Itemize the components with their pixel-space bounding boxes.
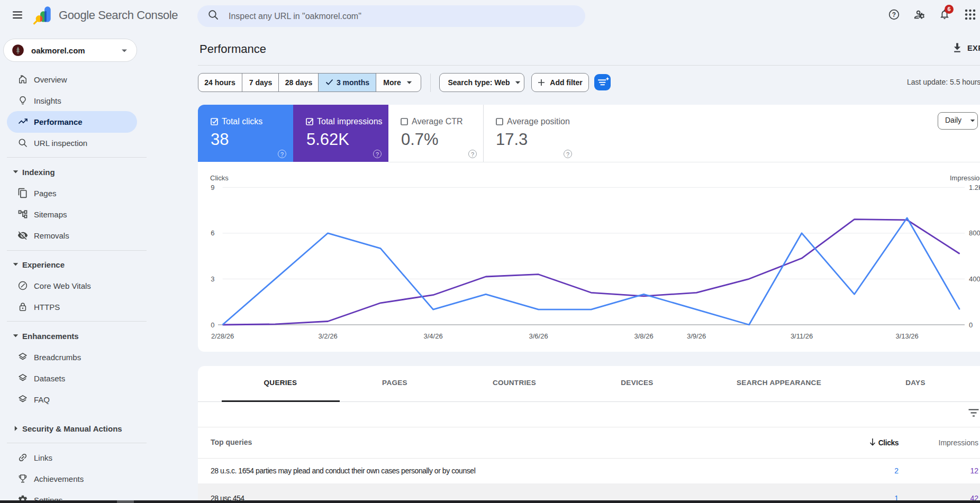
svg-text:Impressions: Impressions: [950, 174, 980, 182]
svg-text:400: 400: [969, 275, 980, 283]
svg-text:0: 0: [211, 321, 214, 329]
svg-text:3/6/26: 3/6/26: [529, 332, 548, 340]
svg-text:3/11/26: 3/11/26: [791, 332, 813, 340]
svg-text:3/9/26: 3/9/26: [687, 332, 706, 340]
svg-text:6: 6: [211, 229, 214, 237]
svg-text:Clicks: Clicks: [210, 174, 229, 182]
svg-text:3/2/26: 3/2/26: [319, 332, 338, 340]
svg-text:800: 800: [969, 229, 980, 237]
svg-text:3/8/26: 3/8/26: [634, 332, 654, 340]
svg-text:3/13/26: 3/13/26: [895, 332, 918, 340]
svg-text:1.2K: 1.2K: [969, 184, 980, 191]
svg-text:?: ?: [892, 11, 896, 19]
svg-text:2/28/26: 2/28/26: [211, 332, 234, 340]
svg-text:0: 0: [969, 321, 973, 329]
svg-text:3/4/26: 3/4/26: [424, 332, 443, 340]
svg-text:9: 9: [211, 184, 214, 191]
svg-text:3: 3: [211, 275, 214, 283]
